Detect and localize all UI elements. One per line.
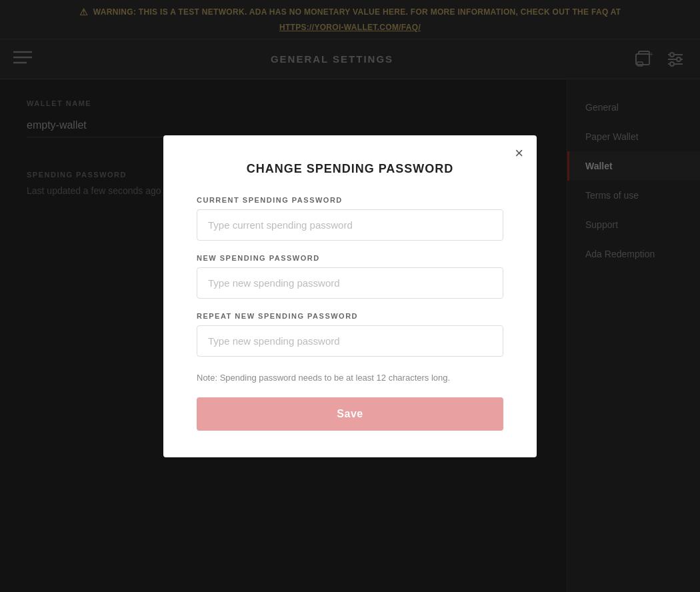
current-password-label: CURRENT SPENDING PASSWORD [197, 196, 503, 204]
password-note: Note: Spending password needs to be at l… [197, 373, 503, 383]
repeat-password-label: REPEAT NEW SPENDING PASSWORD [197, 312, 503, 320]
save-button[interactable]: Save [197, 397, 503, 431]
change-password-modal: × CHANGE SPENDING PASSWORD CURRENT SPEND… [163, 135, 537, 457]
modal-close-button[interactable]: × [515, 146, 523, 161]
new-password-label: NEW SPENDING PASSWORD [197, 254, 503, 262]
new-password-input[interactable] [197, 267, 503, 299]
current-password-input[interactable] [197, 209, 503, 241]
repeat-password-input[interactable] [197, 325, 503, 357]
modal-title: CHANGE SPENDING PASSWORD [197, 162, 503, 176]
modal-overlay: × CHANGE SPENDING PASSWORD CURRENT SPEND… [0, 0, 700, 592]
